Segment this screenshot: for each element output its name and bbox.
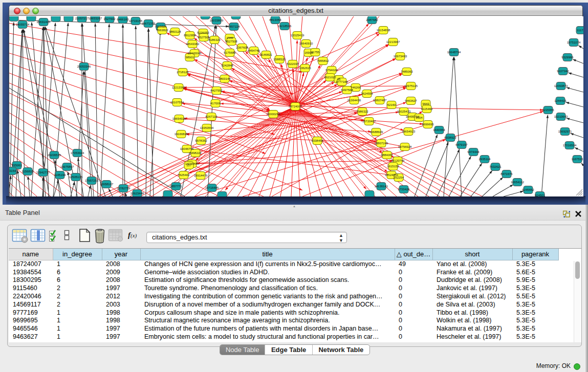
svg-text:21364436: 21364436 xyxy=(347,99,361,102)
svg-text:5175685: 5175685 xyxy=(224,51,236,54)
svg-text:10973493: 10973493 xyxy=(394,55,407,58)
svg-text:20206535: 20206535 xyxy=(48,154,61,157)
svg-text:10688609: 10688609 xyxy=(369,130,383,134)
svg-text:10807487: 10807487 xyxy=(373,99,387,102)
svg-text:9643: 9643 xyxy=(422,102,429,105)
svg-text:8471676: 8471676 xyxy=(500,172,513,176)
svg-text:15720407: 15720407 xyxy=(362,120,376,123)
svg-text:9777169: 9777169 xyxy=(336,80,348,83)
svg-text:10025433: 10025433 xyxy=(397,110,411,113)
svg-text:5498222: 5498222 xyxy=(189,151,202,155)
svg-text:9860124: 9860124 xyxy=(169,30,181,33)
svg-text:924501: 924501 xyxy=(535,194,546,196)
svg-text:1621022: 1621022 xyxy=(324,76,336,79)
svg-text:1733426: 1733426 xyxy=(398,188,410,191)
svg-text:17353924: 17353924 xyxy=(71,151,84,155)
svg-text:10923448: 10923448 xyxy=(130,192,144,195)
svg-text:10210643: 10210643 xyxy=(554,115,568,118)
svg-text:417006: 417006 xyxy=(210,102,221,105)
svg-text:8427552: 8427552 xyxy=(210,89,223,92)
svg-text:21057217: 21057217 xyxy=(75,17,89,20)
svg-text:12975115: 12975115 xyxy=(404,84,418,87)
svg-text:9227342: 9227342 xyxy=(557,70,569,73)
svg-text:1615152: 1615152 xyxy=(387,165,399,168)
svg-text:19756928: 19756928 xyxy=(398,145,412,148)
svg-text:10653267: 10653267 xyxy=(89,17,102,20)
svg-text:9474444: 9474444 xyxy=(467,150,480,154)
svg-text:16648794: 16648794 xyxy=(447,51,461,54)
svg-text:10719155: 10719155 xyxy=(129,19,143,23)
svg-text:10046756: 10046756 xyxy=(180,147,194,150)
svg-text:252254: 252254 xyxy=(394,176,404,179)
svg-text:10107554: 10107554 xyxy=(170,101,184,104)
svg-text:12093873: 12093873 xyxy=(554,84,568,87)
svg-text:835061: 835061 xyxy=(12,164,23,167)
svg-text:7632621: 7632621 xyxy=(489,165,502,168)
svg-text:9338454: 9338454 xyxy=(311,139,323,142)
svg-text:98901: 98901 xyxy=(186,56,194,59)
svg-text:2087682: 2087682 xyxy=(366,18,378,21)
svg-text:15716485: 15716485 xyxy=(205,186,219,189)
svg-text:16671355: 16671355 xyxy=(142,22,156,25)
svg-text:6497568: 6497568 xyxy=(341,89,353,92)
svg-text:3215955: 3215955 xyxy=(542,108,554,112)
svg-text:16914479: 16914479 xyxy=(194,174,208,177)
svg-text:(x): (x) xyxy=(130,232,137,239)
svg-text:16033809: 16033809 xyxy=(210,19,224,22)
svg-text:11755: 11755 xyxy=(311,51,320,54)
svg-text:8267110: 8267110 xyxy=(206,115,218,118)
svg-text:20053346: 20053346 xyxy=(77,65,91,68)
svg-text:5322037: 5322037 xyxy=(287,62,299,65)
svg-text:7515526: 7515526 xyxy=(155,25,167,28)
svg-text:9115460: 9115460 xyxy=(421,107,433,111)
svg-text:5226053: 5226053 xyxy=(197,31,209,34)
svg-text:2718126: 2718126 xyxy=(177,71,189,74)
svg-text:2367608: 2367608 xyxy=(236,46,248,49)
svg-text:1167533: 1167533 xyxy=(572,158,583,161)
svg-text:10654112: 10654112 xyxy=(511,181,525,184)
svg-text:62160: 62160 xyxy=(387,103,396,106)
svg-text:13353594: 13353594 xyxy=(200,126,214,129)
svg-text:9329966: 9329966 xyxy=(561,56,574,59)
svg-text:9884067: 9884067 xyxy=(381,154,393,157)
svg-text:17957253: 17957253 xyxy=(85,179,99,182)
svg-text:5578352: 5578352 xyxy=(195,139,207,142)
svg-text:16120746: 16120746 xyxy=(391,159,405,162)
svg-text:8813054: 8813054 xyxy=(269,18,281,21)
svg-text:17016504: 17016504 xyxy=(563,144,577,147)
svg-text:19166829: 19166829 xyxy=(175,133,188,136)
svg-text:9242848: 9242848 xyxy=(221,64,233,67)
svg-text:1640954: 1640954 xyxy=(433,128,445,132)
svg-text:9245652: 9245652 xyxy=(522,188,534,191)
svg-text:20691406: 20691406 xyxy=(37,20,51,24)
svg-text:18807249: 18807249 xyxy=(375,142,388,145)
svg-text:22420046: 22420046 xyxy=(188,52,202,55)
svg-text:16640910: 16640910 xyxy=(299,42,313,45)
svg-text:6479197: 6479197 xyxy=(455,143,468,146)
svg-text:8454749: 8454749 xyxy=(248,49,260,52)
svg-text:1527602: 1527602 xyxy=(103,17,116,20)
svg-text:1362615: 1362615 xyxy=(299,67,311,70)
svg-text:12213967: 12213967 xyxy=(386,40,400,43)
svg-text:1156819: 1156819 xyxy=(22,170,34,173)
svg-text:2803144: 2803144 xyxy=(219,77,231,80)
svg-text:9604: 9604 xyxy=(416,116,423,119)
svg-text:9463627: 9463627 xyxy=(405,99,417,102)
svg-text:6794024: 6794024 xyxy=(325,69,338,72)
svg-text:18724007: 18724007 xyxy=(289,105,302,108)
svg-text:33154: 33154 xyxy=(9,169,16,172)
svg-text:8912954: 8912954 xyxy=(184,34,196,37)
svg-text:7986322: 7986322 xyxy=(356,110,368,113)
svg-text:9527508: 9527508 xyxy=(225,40,237,43)
svg-text:2935114: 2935114 xyxy=(479,158,491,161)
svg-text:6466160: 6466160 xyxy=(117,18,129,21)
svg-text:25300293: 25300293 xyxy=(267,113,280,116)
svg-text:19654923: 19654923 xyxy=(402,130,416,133)
svg-text:11172: 11172 xyxy=(577,29,583,32)
svg-text:7485063: 7485063 xyxy=(401,70,413,73)
svg-text:16782759: 16782759 xyxy=(117,187,130,190)
svg-text:1546: 1546 xyxy=(226,36,233,39)
svg-text:19218506: 19218506 xyxy=(278,25,292,28)
svg-text:157: 157 xyxy=(186,164,192,167)
svg-text:16543382: 16543382 xyxy=(186,42,200,46)
